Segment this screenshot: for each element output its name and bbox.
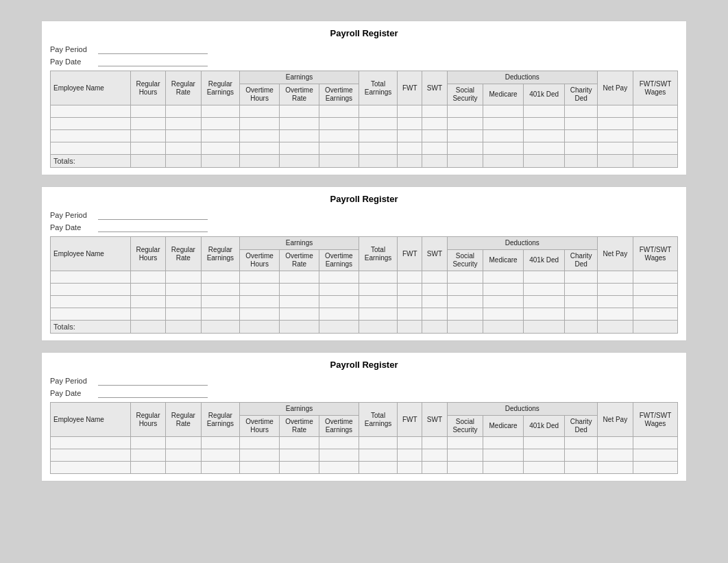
th-total-earnings-3: TotalEarnings [359, 403, 398, 437]
page-container: Payroll Register Pay Period Pay Date Emp… [14, 14, 714, 488]
th-charity-3: CharityDed [565, 416, 598, 437]
th-charity-2: CharityDed [565, 250, 598, 271]
pay-period-label-2: Pay Period [50, 211, 98, 219]
pay-period-input-2[interactable] [98, 210, 208, 220]
cell-charity [565, 105, 598, 118]
th-earnings-group-1: Earnings [240, 71, 359, 84]
th-employee-name-3: Employee Name [51, 403, 131, 437]
cell-fwt-swt-wages [633, 105, 677, 118]
table-row [51, 449, 678, 462]
table-wrapper-1: Employee Name RegularHours RegularRate R… [50, 71, 678, 168]
th-employee-name-2: Employee Name [51, 237, 131, 271]
cell-ot-rate [280, 105, 319, 118]
cell-net-pay [597, 105, 633, 118]
cell-401k [523, 105, 565, 118]
pay-date-label-1: Pay Date [50, 58, 98, 66]
register-block-3: Payroll Register Pay Period Pay Date Emp… [41, 352, 687, 481]
th-fwt-swt-wages-1: FWT/SWTWages [633, 71, 677, 105]
th-regular-earnings-3: RegularEarnings [201, 403, 240, 437]
th-regular-rate-2: RegularRate [166, 237, 201, 271]
table-row [51, 437, 678, 449]
cell-ot-earn [319, 105, 359, 118]
pay-date-label-3: Pay Date [50, 389, 98, 397]
th-medicare-3: Medicare [483, 416, 524, 437]
totals-row-2: Totals: [51, 321, 678, 334]
cell-ot-hours [240, 105, 280, 118]
pay-period-input-1[interactable] [98, 44, 208, 54]
th-fwt-2: FWT [398, 237, 422, 271]
th-regular-rate-1: RegularRate [166, 71, 201, 105]
pay-date-row-3: Pay Date [50, 388, 678, 398]
pay-period-row-2: Pay Period [50, 210, 678, 220]
register-title-1: Payroll Register [50, 28, 678, 38]
th-social-security-1: SocialSecurity [447, 84, 483, 105]
th-ot-rate-2: OvertimeRate [280, 250, 319, 271]
th-social-security-3: SocialSecurity [447, 416, 483, 437]
th-fwt-swt-wages-2: FWT/SWTWages [633, 237, 677, 271]
table-wrapper-2: Employee Name RegularHours RegularRate R… [50, 236, 678, 334]
register-title-3: Payroll Register [50, 360, 678, 370]
th-ot-rate-1: OvertimeRate [280, 84, 319, 105]
cell-employee [51, 105, 131, 118]
header-group-row-1: Employee Name RegularHours RegularRate R… [51, 71, 678, 84]
register-block-2: Payroll Register Pay Period Pay Date Emp… [41, 186, 687, 341]
table-row [51, 284, 678, 296]
th-net-pay-2: Net Pay [597, 237, 633, 271]
cell-reg-hours [130, 105, 165, 118]
cell-medicare [483, 105, 524, 118]
th-earnings-group-2: Earnings [240, 237, 359, 250]
th-401k-2: 401k Ded [523, 250, 565, 271]
th-medicare-2: Medicare [483, 250, 524, 271]
th-fwt-3: FWT [398, 403, 422, 437]
th-ot-earnings-3: OvertimeEarnings [319, 416, 359, 437]
th-fwt-swt-wages-3: FWT/SWTWages [633, 403, 677, 437]
table-row [51, 118, 678, 130]
th-ot-rate-3: OvertimeRate [280, 416, 319, 437]
th-deductions-group-2: Deductions [447, 237, 597, 250]
pay-period-row-1: Pay Period [50, 44, 678, 54]
register-title-2: Payroll Register [50, 194, 678, 204]
th-ot-hours-3: OvertimeHours [240, 416, 280, 437]
totals-row-1: Totals: [51, 155, 678, 168]
table-row [51, 462, 678, 474]
pay-date-input-3[interactable] [98, 388, 208, 398]
payroll-table-1: Employee Name RegularHours RegularRate R… [50, 71, 678, 168]
cell-soc-sec [447, 105, 483, 118]
table-row [51, 130, 678, 142]
pay-period-label-1: Pay Period [50, 45, 98, 53]
th-ot-hours-1: OvertimeHours [240, 84, 280, 105]
th-regular-earnings-1: RegularEarnings [201, 71, 240, 105]
pay-date-row-2: Pay Date [50, 222, 678, 232]
th-regular-earnings-2: RegularEarnings [201, 237, 240, 271]
th-employee-name-1: Employee Name [51, 71, 131, 105]
payroll-table-3: Employee Name RegularHours RegularRate R… [50, 402, 678, 474]
th-swt-1: SWT [422, 71, 447, 105]
table-row [51, 105, 678, 118]
pay-date-label-2: Pay Date [50, 223, 98, 232]
th-regular-hours-2: RegularHours [130, 237, 165, 271]
pay-date-input-1[interactable] [98, 56, 208, 66]
cell-total-earn [359, 105, 398, 118]
pay-date-input-2[interactable] [98, 222, 208, 232]
th-ot-earnings-2: OvertimeEarnings [319, 250, 359, 271]
table-row [51, 296, 678, 308]
th-net-pay-3: Net Pay [597, 403, 633, 437]
th-regular-hours-3: RegularHours [130, 403, 165, 437]
pay-period-input-3[interactable] [98, 375, 208, 386]
cell-reg-rate [166, 105, 201, 118]
header-group-row-2: Employee Name RegularHours RegularRate R… [51, 237, 678, 250]
pay-period-label-3: Pay Period [50, 377, 98, 385]
th-regular-hours-1: RegularHours [130, 71, 165, 105]
totals-label-2: Totals: [51, 321, 131, 334]
pay-date-row-1: Pay Date [50, 56, 678, 66]
th-earnings-group-3: Earnings [240, 403, 359, 416]
register-block-1: Payroll Register Pay Period Pay Date Emp… [41, 21, 687, 175]
pay-period-row-3: Pay Period [50, 375, 678, 386]
th-ot-earnings-1: OvertimeEarnings [319, 84, 359, 105]
table-row [51, 142, 678, 155]
th-total-earnings-2: TotalEarnings [359, 237, 398, 271]
th-swt-3: SWT [422, 403, 447, 437]
cell-swt [422, 105, 447, 118]
payroll-table-2: Employee Name RegularHours RegularRate R… [50, 236, 678, 334]
th-regular-rate-3: RegularRate [166, 403, 201, 437]
